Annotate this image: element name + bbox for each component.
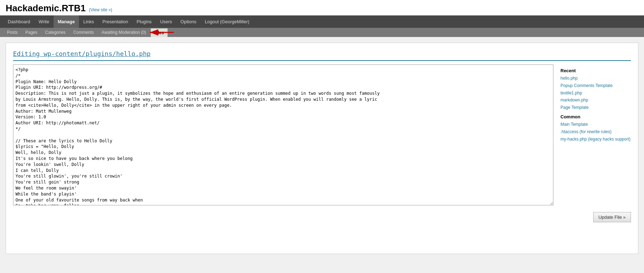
secondary-nav-item-comments[interactable]: Comments <box>70 28 97 37</box>
site-title: Hackademic.RTB1 <box>6 3 86 13</box>
primary-nav-item-write[interactable]: Write <box>35 15 54 28</box>
sidebar-recent-page-template[interactable]: Page Template <box>560 105 631 111</box>
sidebar-common-my-hacks-php--legacy-hacks-support-[interactable]: my-hacks.php (legacy hacks support) <box>560 136 631 142</box>
sidebar: Recent hello.phpPopup Comments Templatet… <box>560 64 631 206</box>
primary-nav-item-logout--georgemiller-[interactable]: Logout (GeorgeMiller) <box>201 15 253 28</box>
code-textarea[interactable] <box>13 64 553 205</box>
secondary-nav-item-posts[interactable]: Posts <box>4 28 21 37</box>
secondary-nav-item-files[interactable]: Files <box>151 28 168 37</box>
editing-title: Editing wp-content/plugins/hello.php <box>13 50 631 61</box>
secondary-nav-item-pages[interactable]: Pages <box>22 28 41 37</box>
sidebar-common-main-template[interactable]: Main Template <box>560 122 631 128</box>
sidebar-recent-popup-comments-template[interactable]: Popup Comments Template <box>560 83 631 89</box>
primary-nav: DashboardWriteManageLinksPresentationPlu… <box>0 15 644 28</box>
update-file-button[interactable]: Update File » <box>593 212 631 222</box>
primary-nav-item-manage[interactable]: Manage <box>54 15 79 28</box>
primary-nav-item-dashboard[interactable]: Dashboard <box>4 15 35 28</box>
sidebar-recent-hello-php[interactable]: hello.php <box>560 75 631 81</box>
view-site-link[interactable]: (View site ») <box>89 7 112 12</box>
common-section-title: Common <box>560 114 631 119</box>
secondary-nav-item-awaiting-moderation--0-[interactable]: Awaiting Moderation (0) <box>98 28 150 37</box>
primary-nav-item-users[interactable]: Users <box>156 15 176 28</box>
recent-links: hello.phpPopup Comments Templatetextile1… <box>560 75 631 111</box>
header: Hackademic.RTB1 (View site ») <box>0 0 644 15</box>
common-links: Main Template.htaccess (for rewrite rule… <box>560 122 631 142</box>
editor-layout: Recent hello.phpPopup Comments Templatet… <box>13 64 631 206</box>
secondary-nav-item-categories[interactable]: Categories <box>42 28 69 37</box>
primary-nav-item-presentation[interactable]: Presentation <box>98 15 132 28</box>
content-box: Editing wp-content/plugins/hello.php Rec… <box>6 43 638 254</box>
file-editor <box>13 64 553 206</box>
sidebar-recent-textile1-php[interactable]: textile1.php <box>560 90 631 96</box>
update-file-row: Update File » <box>13 212 631 222</box>
primary-nav-item-plugins[interactable]: Plugins <box>132 15 156 28</box>
main-content: Editing wp-content/plugins/hello.php Rec… <box>0 37 644 260</box>
secondary-nav: PostsPagesCategoriesCommentsAwaiting Mod… <box>0 28 644 37</box>
sidebar-recent-markdown-php[interactable]: markdown.php <box>560 97 631 103</box>
recent-section-title: Recent <box>560 68 631 73</box>
primary-nav-item-links[interactable]: Links <box>79 15 98 28</box>
sidebar-common--htaccess--for-rewrite-rules-[interactable]: .htaccess (for rewrite rules) <box>560 129 631 135</box>
primary-nav-item-options[interactable]: Options <box>176 15 201 28</box>
